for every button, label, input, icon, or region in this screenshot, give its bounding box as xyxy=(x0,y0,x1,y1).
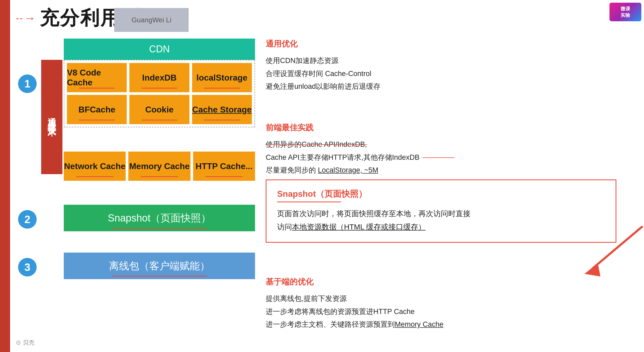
cache-item-cookie: Cookie xyxy=(129,95,189,124)
svg-marker-1 xyxy=(584,263,600,276)
section1-line3: 避免注册unload以影响前进后退缓存 xyxy=(266,80,624,93)
underline-memory xyxy=(141,176,178,177)
section3-line2: 进一步考虑将离线包的资源预置进HTTP Cache xyxy=(266,305,624,318)
underline-bfcache xyxy=(79,120,115,120)
credits-icon: ⊙ xyxy=(16,339,21,346)
section2-line1: 使用异步的Cache API/IndexDB, xyxy=(266,138,624,151)
cache-item-localstorage: localStorage xyxy=(192,63,252,92)
cdn-bar: CDN xyxy=(64,39,255,60)
section2-line3: 尽量避免同步的 LocalStorage, ~5M xyxy=(266,164,624,177)
cache-grid: V8 Code Cache IndexDB localStorage BFCac… xyxy=(64,60,255,127)
underline-snapshot xyxy=(112,228,207,229)
vertical-label: 通用缓存技术 xyxy=(41,60,62,174)
red-arrow xyxy=(584,226,643,284)
underline-offline xyxy=(112,276,207,276)
right-section-client: 基于端的优化 提供离线包,提前下发资源 进一步考虑将离线包的资源预置进HTTP … xyxy=(266,276,624,331)
section1-heading: 通用优化 xyxy=(266,39,624,49)
underline-localstorage xyxy=(204,88,240,89)
underline-cookie xyxy=(141,120,177,120)
right-section-general: 通用优化 使用CDN加速静态资源 合理设置缓存时间 Cache-Control … xyxy=(266,39,624,93)
snapshot-box-title: Snapshot（页面快照） xyxy=(277,188,605,200)
underline-cache-storage xyxy=(204,120,240,120)
author-name: GuangWei Li xyxy=(132,16,171,24)
logo-text: 微课实验 xyxy=(621,6,630,18)
section3-line1: 提供离线包,提前下发资源 xyxy=(266,292,624,305)
cache-item-network: Network Cache xyxy=(64,152,126,181)
circle-1: 1 xyxy=(18,74,37,93)
section3-heading: 基于端的优化 xyxy=(266,276,624,287)
cache-item-memory: Memory Cache xyxy=(128,152,190,181)
logo-area: 微课实验 xyxy=(609,3,641,21)
underline-indexdb xyxy=(141,88,177,89)
underline-network xyxy=(76,176,113,177)
cache-item-cache-storage: Cache Storage xyxy=(192,95,252,124)
section2-heading: 前端最佳实践 xyxy=(266,122,624,133)
credits: ⊙ 贝壳 xyxy=(16,339,35,347)
cache-item-bfcache: BFCache xyxy=(67,95,127,124)
snapshot-title-underline xyxy=(277,202,341,202)
cache-bottom-row: Network Cache Memory Cache HTTP Cache... xyxy=(64,152,255,181)
underline-http xyxy=(205,176,243,177)
cache-item-http: HTTP Cache... xyxy=(193,152,255,181)
credits-text: 贝壳 xyxy=(23,339,35,347)
circle-3: 3 xyxy=(18,258,37,276)
cache-item-v8: V8 Code Cache xyxy=(67,63,127,92)
left-bar xyxy=(0,0,10,352)
section1-line1: 使用CDN加速静态资源 xyxy=(266,54,624,67)
snapshot-box-body: 页面首次访问时，将页面快照缓存至本地，再次访问时直接 访问本地资源数据（HTML… xyxy=(277,207,605,234)
section1-line2: 合理设置缓存时间 Cache-Control xyxy=(266,67,624,80)
cache-item-indexdb: IndexDB xyxy=(129,63,189,92)
right-section-frontend: 前端最佳实践 使用异步的Cache API/IndexDB, Cache API… xyxy=(266,122,624,177)
underline-v8 xyxy=(79,88,115,89)
snapshot-bar: Snapshot（页面快照） xyxy=(64,205,255,231)
circle-2: 2 xyxy=(18,210,37,229)
offline-bar: 离线包（客户端赋能） xyxy=(64,253,255,279)
svg-line-0 xyxy=(592,226,643,269)
snapshot-highlight-box: Snapshot（页面快照） 页面首次访问时，将页面快照缓存至本地，再次访问时直… xyxy=(266,179,616,243)
author-box: GuangWei Li xyxy=(114,8,189,32)
section2-line2: Cache API主要存储HTTP请求,其他存储IndexDB xyxy=(266,151,624,164)
section3-line3: 进一步考虑主文档、关键路径资源预置到Memory Cache xyxy=(266,318,624,331)
title-arrow: - - → xyxy=(16,11,36,25)
